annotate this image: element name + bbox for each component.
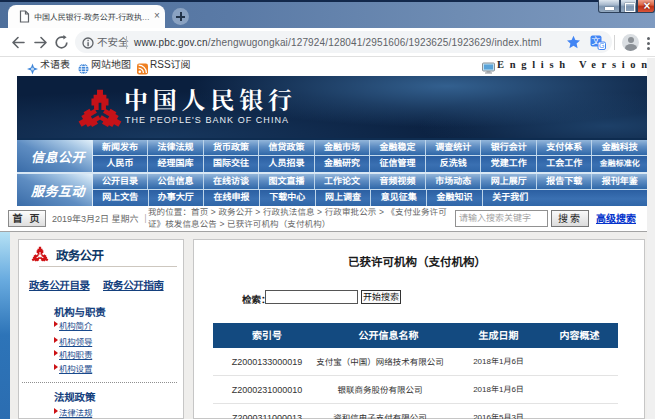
svg-text:G: G [599, 42, 604, 49]
